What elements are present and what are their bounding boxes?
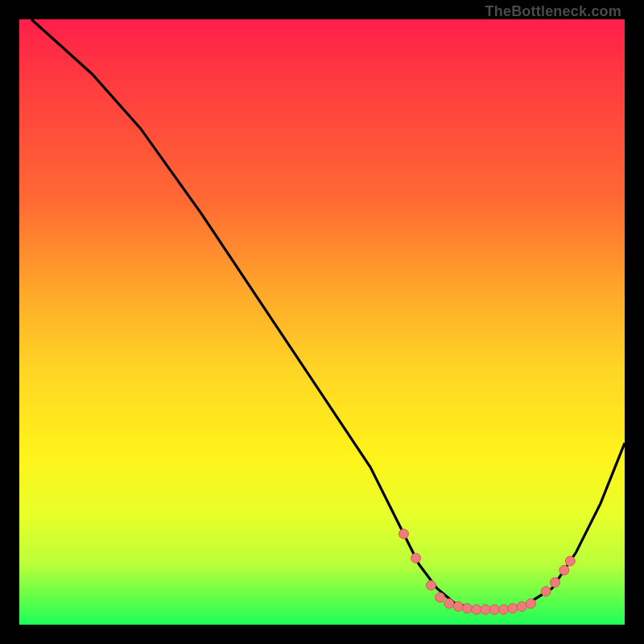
chart-frame: TheBottleneck.com xyxy=(0,0,644,644)
curve-marker xyxy=(565,556,575,566)
curve-marker xyxy=(472,605,481,614)
curve-marker xyxy=(559,565,569,575)
curve-marker xyxy=(399,529,409,539)
curve-marker xyxy=(541,587,551,597)
curve-marker xyxy=(489,605,499,614)
curve-layer xyxy=(19,19,625,625)
curve-marker xyxy=(411,553,421,563)
curve-marker xyxy=(453,601,463,611)
watermark-text: TheBottleneck.com xyxy=(485,3,621,20)
curve-marker xyxy=(436,592,445,602)
curve-marker xyxy=(463,604,473,613)
curve-marker xyxy=(517,601,526,611)
curve-marker xyxy=(499,605,509,614)
curve-marker xyxy=(526,599,535,609)
curve-marker xyxy=(481,605,490,614)
plot-area xyxy=(19,19,625,625)
curve-marker xyxy=(551,577,560,587)
curve-marker xyxy=(426,580,436,590)
curve-marker xyxy=(508,604,518,613)
curve-marker xyxy=(444,599,454,609)
bottleneck-curve xyxy=(31,19,625,609)
